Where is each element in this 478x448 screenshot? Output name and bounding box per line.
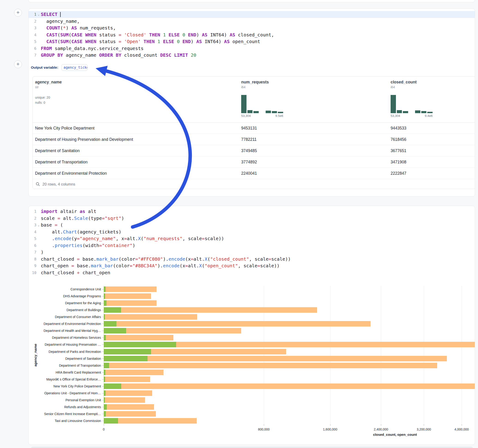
y-axis-tick bbox=[102, 324, 104, 324]
grid-line bbox=[424, 286, 424, 424]
histogram-bar bbox=[427, 112, 433, 113]
table-cell: 3774892 bbox=[241, 156, 257, 168]
histogram-max: 9.4e6 bbox=[425, 114, 433, 118]
python-cell: 1import altair as alt2scale = alt.Scale(… bbox=[28, 206, 475, 445]
histogram-bar bbox=[272, 111, 277, 113]
code-line[interactable]: 7GROUP BY agency_name ORDER BY closed_co… bbox=[29, 52, 475, 59]
previous-cell-edge bbox=[28, 0, 475, 2]
histogram-bar bbox=[391, 95, 396, 113]
bar-closed_count bbox=[104, 370, 164, 375]
bar-closed_count bbox=[104, 377, 150, 382]
result-table: agency_namestrunique: 20nulls: 0num_requ… bbox=[32, 76, 475, 189]
code-line[interactable]: 6FROM sample_data.nyc.service_requests bbox=[29, 45, 475, 52]
bar-open_count bbox=[104, 349, 151, 355]
y-axis-tick bbox=[102, 289, 104, 289]
output-variable-label: Output variable: bbox=[31, 65, 58, 70]
column-header-closed_count[interactable]: closed_counti6453,3049.4e6 bbox=[391, 76, 433, 118]
bar-open_count bbox=[104, 390, 106, 396]
category-label: Operations Unit - Department of Hom… bbox=[29, 391, 101, 395]
category-label: Department of Homeless Services bbox=[29, 336, 101, 340]
line-number: 6 bbox=[29, 45, 37, 52]
category-label: Department of Health and Mental Hyg… bbox=[29, 329, 101, 333]
histogram-bar bbox=[278, 112, 283, 113]
code-text: COUNT(*) AS num_requests, bbox=[41, 25, 116, 31]
code-line[interactable]: 2 agency_name, bbox=[29, 18, 475, 25]
output-variable-chip[interactable]: agency_tickets bbox=[62, 64, 87, 71]
grid-line bbox=[462, 286, 462, 424]
x-tick-label: 1,600,000 bbox=[323, 428, 337, 431]
y-axis-tick bbox=[102, 366, 104, 366]
category-label: Department of Sanitation bbox=[29, 356, 101, 361]
fold-spacer bbox=[37, 52, 41, 59]
line-gutter: 5 bbox=[29, 38, 41, 45]
bar-open_count bbox=[104, 307, 121, 313]
x-axis-tick bbox=[424, 424, 424, 426]
x-axis-tick bbox=[330, 424, 330, 426]
histogram-bar bbox=[253, 111, 259, 113]
line-gutter: 2 bbox=[29, 18, 41, 25]
category-label: New York City Police Department bbox=[29, 384, 101, 388]
y-axis-tick bbox=[102, 338, 104, 338]
y-axis-tick bbox=[102, 359, 104, 359]
y-axis-line bbox=[104, 286, 104, 424]
table-footer: 20 rows, 4 columns bbox=[33, 179, 475, 189]
code-text: FROM sample_data.nyc.service_requests bbox=[41, 45, 144, 52]
next-cell-edge bbox=[31, 447, 473, 448]
bar-closed_count bbox=[104, 293, 151, 299]
add-cell-button[interactable]: + bbox=[14, 60, 22, 68]
line-gutter: 6 bbox=[29, 45, 41, 52]
bar-closed_count bbox=[104, 356, 447, 361]
table-row: Department of Environmental Protection22… bbox=[33, 168, 475, 179]
table-cell: Department of Environmental Protection bbox=[35, 168, 107, 179]
x-tick-label: 0 bbox=[103, 428, 105, 431]
bar-open_count bbox=[104, 411, 106, 417]
x-axis-tick bbox=[104, 424, 104, 426]
column-histogram bbox=[391, 95, 433, 113]
y-axis-tick bbox=[102, 372, 104, 373]
x-tick-label: 4,000,000 bbox=[454, 428, 469, 431]
add-cell-button[interactable]: + bbox=[14, 9, 22, 17]
histogram-min: 53,304 bbox=[391, 114, 400, 118]
row-count-summary: 20 rows, 4 columns bbox=[42, 182, 75, 187]
bar-open_count bbox=[104, 328, 126, 333]
line-number: 1 bbox=[29, 11, 37, 18]
category-label: Mayorâ€ s Office of Special Enforce… bbox=[29, 377, 101, 381]
code-text: CAST(SUM(CASE WHEN status = 'Closed' THE… bbox=[41, 31, 274, 38]
category-label: Department of Consumer Affairs bbox=[29, 315, 101, 319]
column-type: i64 bbox=[241, 85, 283, 89]
bar-closed_count bbox=[104, 404, 154, 410]
sql-editor[interactable]: 1⌄SELECT 2 agency_name,3 COUNT(*) AS num… bbox=[29, 9, 475, 59]
bar-open_count bbox=[104, 342, 176, 347]
code-line[interactable]: 1⌄SELECT bbox=[29, 11, 475, 18]
y-axis-tick bbox=[102, 400, 104, 400]
line-gutter: 7 bbox=[29, 52, 41, 59]
code-line[interactable]: 4 CAST(SUM(CASE WHEN status = 'Closed' T… bbox=[29, 31, 475, 38]
table-cell: New York City Police Department bbox=[35, 123, 94, 134]
bar-open_count bbox=[104, 335, 106, 340]
histogram-range: 53,3049.5e6 bbox=[241, 114, 283, 118]
table-row: Department of Sanitation37494853677651 bbox=[33, 145, 475, 156]
bar-closed_count bbox=[104, 321, 371, 327]
column-stats: unique: 20nulls: 0 bbox=[35, 95, 62, 105]
code-text: agency_name, bbox=[41, 18, 80, 25]
category-label: Personal Exemption Unit bbox=[29, 398, 101, 402]
line-number: 3 bbox=[29, 25, 37, 31]
search-icon[interactable] bbox=[36, 182, 40, 187]
category-label: Department of Buildings bbox=[29, 308, 101, 312]
category-label: Department for the Aging bbox=[29, 301, 101, 305]
y-axis-tick bbox=[102, 407, 104, 407]
fold-chevron-icon[interactable]: ⌄ bbox=[37, 11, 41, 18]
y-axis-tick bbox=[102, 386, 104, 386]
code-line[interactable]: 5 CAST(SUM(CASE WHEN status = 'Open' THE… bbox=[29, 38, 475, 45]
bar-closed_count bbox=[104, 286, 157, 292]
code-line[interactable]: 3 COUNT(*) AS num_requests, bbox=[29, 25, 475, 31]
table-cell: Department of Sanitation bbox=[35, 145, 80, 156]
histogram-bar bbox=[266, 111, 271, 113]
grid-line bbox=[264, 286, 264, 424]
column-header-agency_name[interactable]: agency_namestrunique: 20nulls: 0 bbox=[35, 76, 62, 105]
table-header: agency_namestrunique: 20nulls: 0num_requ… bbox=[33, 76, 475, 123]
bar-open_count bbox=[104, 384, 121, 389]
y-axis-tick bbox=[102, 331, 104, 331]
column-header-num_requests[interactable]: num_requestsi6453,3049.5e6 bbox=[241, 76, 283, 118]
bar-open_count bbox=[104, 314, 105, 320]
